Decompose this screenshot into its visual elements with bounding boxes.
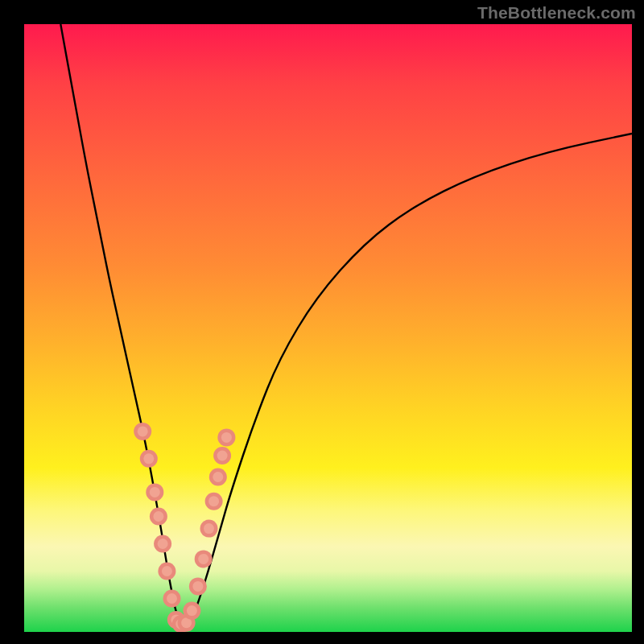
chart-svg bbox=[24, 24, 632, 632]
marker-point-core bbox=[192, 581, 203, 592]
marker-point-core bbox=[162, 566, 172, 576]
marker-point-core bbox=[158, 539, 168, 549]
marker-point-core bbox=[138, 426, 148, 436]
bottleneck-curve bbox=[60, 24, 632, 626]
marker-point-core bbox=[204, 523, 214, 534]
marker-point-core bbox=[167, 593, 177, 604]
marker-point-core bbox=[198, 554, 208, 564]
marker-point-core bbox=[153, 511, 163, 522]
marker-point-core bbox=[221, 432, 232, 443]
attribution-text: TheBottleneck.com bbox=[477, 3, 636, 23]
marker-point-core bbox=[150, 487, 160, 497]
chart-frame: TheBottleneck.com bbox=[0, 0, 644, 644]
marker-point-core bbox=[143, 453, 154, 464]
marker-point-core bbox=[217, 451, 228, 461]
plot-area bbox=[24, 24, 632, 632]
marker-point-core bbox=[208, 496, 219, 506]
marker-point-core bbox=[187, 605, 197, 616]
marker-point-core bbox=[213, 472, 223, 482]
